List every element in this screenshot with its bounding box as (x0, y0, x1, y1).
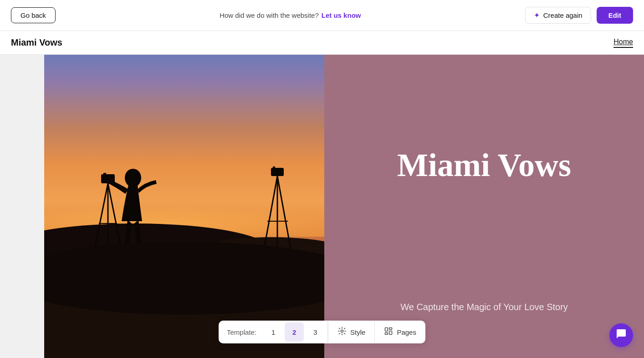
site-title: Miami Vows (11, 37, 62, 48)
svg-point-17 (341, 330, 343, 332)
preview-tagline: We Capture the Magic of Your Love Story (400, 302, 568, 312)
template-btn-1[interactable]: 1 (264, 322, 283, 342)
style-label: Style (350, 328, 365, 336)
svg-rect-19 (389, 327, 392, 329)
nav-home-link[interactable]: Home (613, 38, 633, 48)
svg-rect-4 (101, 174, 115, 183)
feedback-text: How did we do with the website? (220, 11, 319, 19)
template-btn-3[interactable]: 3 (306, 322, 325, 342)
sub-nav: Miami Vows Home (0, 31, 644, 55)
style-icon (337, 327, 347, 338)
svg-point-16 (44, 242, 324, 315)
style-button[interactable]: Style (328, 322, 374, 342)
edit-button[interactable]: Edit (597, 7, 633, 24)
preview-content-panel: Miami Vows We Capture the Magic of Your … (324, 55, 644, 358)
main-preview: Miami Vows We Capture the Magic of Your … (0, 55, 644, 358)
pages-icon (384, 327, 393, 338)
header-feedback: How did we do with the website? Let us k… (220, 11, 361, 19)
template-label: Template: (220, 328, 263, 336)
template-section: Template: 1 2 3 (219, 321, 328, 343)
svg-rect-5 (103, 173, 106, 176)
chat-bubble-button[interactable] (609, 323, 633, 347)
svg-rect-11 (273, 166, 275, 170)
sparkle-icon: ✦ (534, 11, 540, 20)
svg-rect-20 (389, 331, 392, 335)
create-again-button[interactable]: ✦ Create again (525, 7, 591, 24)
preview-image-panel (44, 55, 324, 358)
bottom-toolbar: Template: 1 2 3 Style (219, 321, 425, 343)
silhouette-svg (44, 55, 324, 358)
svg-point-3 (125, 169, 141, 187)
chat-icon (616, 328, 627, 342)
header: Go back How did we do with the website? … (0, 0, 644, 31)
let-us-know-link[interactable]: Let us know (322, 11, 361, 19)
svg-rect-21 (385, 332, 388, 334)
template-btn-2[interactable]: 2 (285, 322, 304, 342)
svg-rect-18 (385, 327, 388, 331)
preview-hero-title: Miami Vows (397, 147, 571, 183)
pages-label: Pages (397, 328, 416, 336)
preview-container: Miami Vows We Capture the Magic of Your … (44, 55, 644, 358)
header-actions: ✦ Create again Edit (525, 7, 633, 24)
pages-button[interactable]: Pages (374, 322, 425, 342)
go-back-button[interactable]: Go back (11, 7, 56, 23)
